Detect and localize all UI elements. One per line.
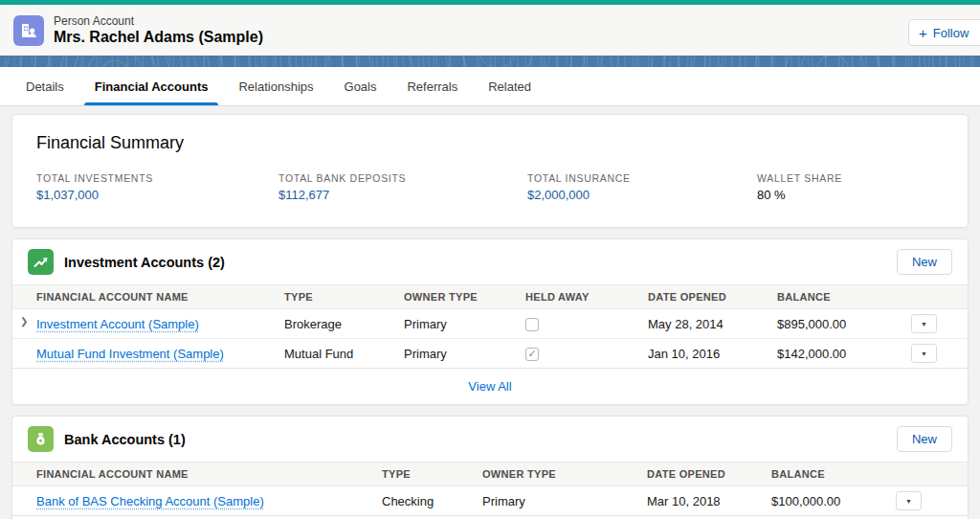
col-actions — [888, 463, 968, 486]
main-content: Financial Summary TOTAL INVESTMENTS $1,0… — [0, 106, 980, 519]
table-header-row: FINANCIAL ACCOUNT NAME TYPE OWNER TYPE D… — [12, 463, 968, 486]
record-header: Person Account Mrs. Rachel Adams (Sample… — [0, 5, 980, 56]
follow-button-label: Follow — [933, 26, 969, 40]
row-actions-button[interactable]: ▼ — [911, 314, 937, 333]
record-heading: Person Account Mrs. Rachel Adams (Sample… — [54, 14, 263, 46]
col-financial-account-name: FINANCIAL ACCOUNT NAME — [12, 463, 374, 486]
cell-owner-type: Primary — [396, 309, 518, 339]
held-away-checkbox — [525, 348, 539, 361]
row-actions-button[interactable]: ▼ — [911, 344, 937, 363]
investment-accounts-table: FINANCIAL ACCOUNT NAME TYPE OWNER TYPE H… — [12, 284, 968, 368]
plus-icon: + — [919, 25, 927, 41]
cell-balance: $100,000.00 — [764, 486, 888, 516]
tab-financial-accounts[interactable]: Financial Accounts — [84, 67, 219, 105]
col-owner-type: OWNER TYPE — [396, 285, 518, 309]
investment-accounts-card: Investment Accounts (2) New FINANCIAL AC… — [11, 238, 969, 405]
dropdown-arrow-icon: ▼ — [905, 498, 912, 505]
col-held-away: HELD AWAY — [518, 285, 640, 309]
field-total-bank-deposits: TOTAL BANK DEPOSITS $112,677 — [278, 172, 527, 202]
field-label: TOTAL INVESTMENTS — [36, 172, 278, 184]
field-value: $2,000,000 — [527, 188, 757, 202]
field-value: $1,037,000 — [36, 188, 278, 202]
field-total-investments: TOTAL INVESTMENTS $1,037,000 — [36, 172, 278, 202]
col-date-opened: DATE OPENED — [640, 285, 769, 309]
table-header-row: FINANCIAL ACCOUNT NAME TYPE OWNER TYPE H… — [12, 285, 968, 309]
page: Person Account Mrs. Rachel Adams (Sample… — [0, 0, 980, 519]
col-type: TYPE — [374, 463, 475, 486]
bank-accounts-header: Bank Accounts (1) New — [12, 417, 968, 462]
tab-bar: Details Financial Accounts Relationships… — [0, 67, 980, 106]
cell-owner-type: Primary — [396, 339, 518, 369]
field-value: $112,677 — [278, 188, 527, 202]
bank-account-icon — [28, 426, 54, 452]
dropdown-arrow-icon: ▼ — [921, 321, 927, 327]
cell-type: Checking — [374, 486, 475, 516]
tab-details[interactable]: Details — [15, 67, 75, 105]
cell-balance: $895,000.00 — [769, 309, 903, 339]
col-actions — [903, 285, 968, 309]
col-financial-account-name: FINANCIAL ACCOUNT NAME — [12, 285, 277, 309]
col-date-opened: DATE OPENED — [639, 463, 764, 486]
person-account-glyph — [19, 21, 38, 40]
account-name-link[interactable]: Bank of BAS Checking Account (Sample) — [36, 494, 264, 508]
col-type: TYPE — [277, 285, 396, 309]
record-type-label: Person Account — [54, 14, 263, 28]
financial-summary-card: Financial Summary TOTAL INVESTMENTS $1,0… — [11, 114, 969, 228]
cell-date-opened: May 28, 2014 — [640, 309, 769, 339]
tab-relationships[interactable]: Relationships — [228, 67, 323, 105]
tab-related[interactable]: Related — [478, 67, 542, 105]
field-label: WALLET SHARE — [757, 172, 944, 184]
table-row: Bank of BAS Checking Account (Sample) Ch… — [12, 486, 968, 516]
cell-balance: $142,000.00 — [769, 339, 903, 369]
investment-accounts-title: Investment Accounts (2) — [64, 255, 225, 270]
chart-line-glyph — [33, 254, 49, 270]
person-account-icon — [13, 15, 44, 46]
bank-accounts-table: FINANCIAL ACCOUNT NAME TYPE OWNER TYPE D… — [12, 462, 968, 515]
view-all-row: View All — [12, 515, 968, 519]
held-away-checkbox — [525, 318, 539, 331]
view-all-row: View All — [12, 368, 968, 404]
money-bag-glyph — [33, 431, 49, 447]
tab-goals[interactable]: Goals — [334, 67, 388, 105]
row-actions-button[interactable]: ▼ — [896, 491, 922, 510]
account-name-link[interactable]: Mutual Fund Investment (Sample) — [36, 347, 224, 361]
page-title: Mrs. Rachel Adams (Sample) — [54, 29, 263, 46]
chevron-right-icon[interactable]: ❯ — [20, 316, 28, 327]
account-name-link[interactable]: Investment Account (Sample) — [36, 317, 199, 331]
follow-button[interactable]: + Follow — [908, 19, 980, 46]
field-value: 80 % — [757, 188, 944, 202]
field-label: TOTAL BANK DEPOSITS — [278, 172, 527, 184]
table-row: ❯ Investment Account (Sample) Brokerage … — [12, 309, 968, 339]
financial-summary-fields: TOTAL INVESTMENTS $1,037,000 TOTAL BANK … — [36, 172, 944, 202]
decorative-banner — [0, 56, 980, 67]
bank-accounts-card: Bank Accounts (1) New FINANCIAL ACCOUNT … — [11, 416, 969, 519]
table-row: Mutual Fund Investment (Sample) Mutual F… — [12, 339, 968, 369]
bank-accounts-title: Bank Accounts (1) — [64, 432, 186, 447]
cell-type: Brokerage — [277, 309, 396, 339]
col-balance: BALANCE — [769, 285, 903, 309]
field-wallet-share: WALLET SHARE 80 % — [757, 172, 944, 202]
cell-owner-type: Primary — [475, 486, 639, 516]
view-all-link[interactable]: View All — [468, 379, 511, 394]
col-owner-type: OWNER TYPE — [475, 463, 639, 486]
field-label: TOTAL INSURANCE — [527, 172, 757, 184]
investment-account-icon — [28, 249, 54, 275]
investment-accounts-header: Investment Accounts (2) New — [12, 239, 968, 284]
tab-referrals[interactable]: Referrals — [396, 67, 468, 105]
field-total-insurance: TOTAL INSURANCE $2,000,000 — [527, 172, 757, 202]
cell-type: Mutual Fund — [277, 339, 396, 369]
cell-date-opened: Mar 10, 2018 — [639, 486, 764, 516]
financial-summary-title: Financial Summary — [36, 133, 944, 153]
col-balance: BALANCE — [764, 463, 888, 486]
cell-date-opened: Jan 10, 2016 — [640, 339, 769, 369]
new-bank-account-button[interactable]: New — [897, 426, 952, 452]
dropdown-arrow-icon: ▼ — [921, 350, 927, 357]
new-investment-account-button[interactable]: New — [897, 249, 952, 275]
